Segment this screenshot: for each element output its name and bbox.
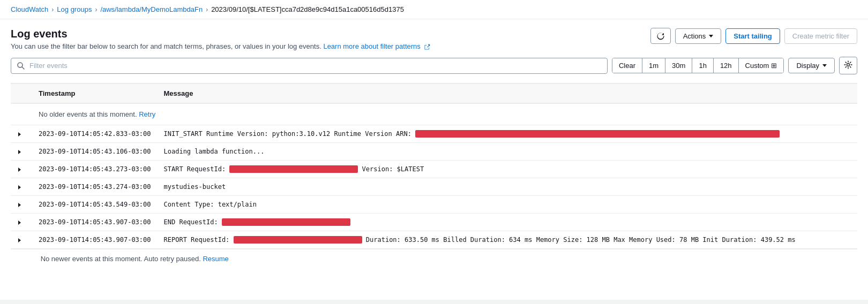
resume-link[interactable]: Resume: [203, 255, 228, 263]
actions-button[interactable]: Actions: [675, 28, 722, 44]
message-cell: REPORT RequestId: Duration: 633.50 ms Bi…: [158, 231, 857, 249]
chevron-right-icon: [18, 150, 21, 154]
external-link-icon: [424, 44, 430, 50]
no-newer-text: No newer events at this moment.: [41, 255, 143, 263]
expand-row-button[interactable]: [17, 218, 22, 226]
header-actions: Actions Start tailing Create metric filt…: [650, 28, 857, 44]
table-row: 2023-09-10T14:05:42.833-03:00INIT_START …: [11, 125, 857, 143]
no-older-text: No older events at this moment.: [39, 110, 137, 118]
expand-row-button[interactable]: [17, 183, 22, 191]
time-1h-button[interactable]: 1h: [692, 58, 713, 73]
calendar-icon: ⊞: [771, 62, 777, 70]
filter-events-input[interactable]: [29, 62, 602, 70]
timestamp-cell: 2023-09-10T14:05:43.549-03:00: [32, 196, 158, 214]
message-cell: INIT_START Runtime Version: python:3.10.…: [158, 125, 857, 143]
expand-row-button[interactable]: [17, 147, 22, 156]
breadcrumb-log-groups[interactable]: Log groups: [57, 5, 92, 13]
col-expand-header: [11, 83, 32, 103]
timestamp-cell: 2023-09-10T14:05:43.907-03:00: [32, 214, 158, 231]
timestamp-cell: 2023-09-10T14:05:43.274-03:00: [32, 178, 158, 196]
log-table: Timestamp Message No older events at thi…: [11, 83, 857, 249]
gear-icon: [844, 60, 852, 69]
chevron-right-icon: [18, 203, 21, 207]
time-30m-button[interactable]: 30m: [665, 58, 692, 73]
time-filters: Clear 1m 30m 1h 12h Custom ⊞: [612, 58, 784, 73]
redacted-bar: [415, 130, 780, 138]
display-chevron-icon: [822, 64, 827, 67]
time-12h-button[interactable]: 12h: [714, 58, 739, 73]
message-cell: mystudies-bucket: [158, 178, 857, 196]
chevron-right-icon: [18, 168, 21, 172]
expand-row-button[interactable]: [17, 235, 22, 244]
no-newer-events-row: No newer events at this moment. Auto ret…: [11, 249, 857, 268]
expand-row-button[interactable]: [17, 130, 22, 138]
redacted-bar: [222, 218, 350, 226]
col-message-header: Message: [158, 83, 857, 103]
timestamp-cell: 2023-09-10T14:05:43.907-03:00: [32, 231, 158, 249]
breadcrumb-sep-2: ›: [95, 6, 97, 13]
no-older-events-row: No older events at this moment. Retry: [11, 103, 857, 125]
timestamp-cell: 2023-09-10T14:05:43.273-03:00: [32, 161, 158, 178]
settings-button[interactable]: [839, 57, 857, 74]
time-1m-button[interactable]: 1m: [642, 58, 665, 73]
message-cell: Loading lambda function...: [158, 143, 857, 161]
breadcrumb-lambda-fn[interactable]: /aws/lambda/MyDemoLambdaFn: [100, 5, 203, 13]
create-metric-filter-button[interactable]: Create metric filter: [784, 28, 857, 44]
search-icon: [17, 62, 25, 70]
table-header-row: Timestamp Message: [11, 83, 857, 103]
breadcrumb-sep-3: ›: [206, 6, 208, 13]
clear-button[interactable]: Clear: [612, 58, 642, 73]
message-cell: START RequestId: Version: $LATEST: [158, 161, 857, 178]
search-container: [11, 58, 608, 74]
refresh-icon: [656, 32, 665, 40]
page-subtitle: You can use the filter bar below to sear…: [11, 42, 430, 50]
breadcrumb-sep-1: ›: [51, 6, 54, 13]
svg-line-1: [22, 67, 24, 69]
chevron-right-icon: [18, 221, 21, 225]
table-row: 2023-09-10T14:05:43.274-03:00mystudies-b…: [11, 178, 857, 196]
timestamp-cell: 2023-09-10T14:05:43.106-03:00: [32, 143, 158, 161]
table-row: 2023-09-10T14:05:43.273-03:00START Reque…: [11, 161, 857, 178]
message-cell: END RequestId:: [158, 214, 857, 231]
chevron-right-icon: [18, 132, 21, 136]
table-row: 2023-09-10T14:05:43.907-03:00REPORT Requ…: [11, 231, 857, 249]
refresh-button[interactable]: [650, 28, 671, 44]
time-custom-button[interactable]: Custom ⊞: [739, 58, 784, 73]
breadcrumb-cloudwatch[interactable]: CloudWatch: [11, 5, 48, 13]
learn-more-link[interactable]: Learn more about filter patterns: [323, 42, 430, 50]
chevron-right-icon: [18, 238, 21, 242]
retry-link[interactable]: Retry: [139, 110, 155, 118]
svg-point-2: [847, 64, 850, 66]
message-cell: Content Type: text/plain: [158, 196, 857, 214]
actions-chevron-icon: [709, 35, 713, 37]
breadcrumb-log-stream: 2023/09/10/[$LATEST]cca7d2d8e9c94d15a1ca…: [211, 5, 404, 13]
start-tailing-button[interactable]: Start tailing: [725, 28, 780, 44]
page-title: Log events: [11, 28, 430, 40]
breadcrumb: CloudWatch › Log groups › /aws/lambda/My…: [0, 0, 868, 19]
table-row: 2023-09-10T14:05:43.549-03:00Content Typ…: [11, 196, 857, 214]
col-timestamp-header: Timestamp: [32, 83, 158, 103]
table-row: 2023-09-10T14:05:43.907-03:00END Request…: [11, 214, 857, 231]
page-title-section: Log events You can use the filter bar be…: [11, 28, 430, 50]
redacted-bar: [229, 165, 358, 173]
table-row: 2023-09-10T14:05:43.106-03:00Loading lam…: [11, 143, 857, 161]
filter-bar: Clear 1m 30m 1h 12h Custom ⊞ Display: [11, 57, 857, 74]
chevron-right-icon: [18, 185, 21, 189]
page-header: Log events You can use the filter bar be…: [11, 28, 857, 50]
redacted-bar: [234, 236, 362, 244]
display-button[interactable]: Display: [788, 58, 835, 73]
timestamp-cell: 2023-09-10T14:05:42.833-03:00: [32, 125, 158, 143]
expand-row-button[interactable]: [17, 200, 22, 209]
no-newer-auto-retry: Auto retry paused.: [144, 255, 201, 263]
expand-row-button[interactable]: [17, 165, 22, 173]
